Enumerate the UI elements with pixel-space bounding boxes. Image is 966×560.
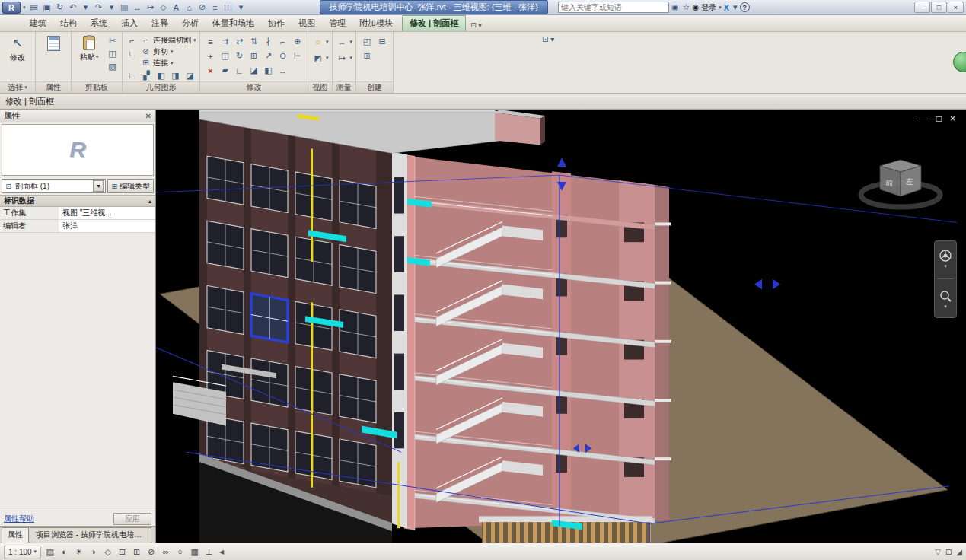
ribbon-tab[interactable]: 注释	[145, 16, 175, 31]
type-selector-dropdown[interactable]: ⊡ 剖面框 (1) ▼	[2, 179, 106, 193]
resize-grip-icon[interactable]: ◢	[956, 548, 962, 556]
properties-help-link[interactable]: 属性帮助	[4, 514, 34, 524]
create-assembly-icon[interactable]: ⊟	[376, 36, 389, 48]
viewport-close-icon[interactable]: ×	[950, 114, 955, 123]
minimize-button[interactable]: –	[914, 2, 930, 13]
mirror-draw-axis-icon[interactable]: ⇅	[247, 36, 260, 48]
trim-extend-icon[interactable]: ⌐	[276, 36, 289, 48]
building-model[interactable]	[156, 110, 966, 542]
drag-select-toggle-icon[interactable]: ⊡	[945, 548, 952, 556]
modify-button[interactable]: ↖ 修改	[3, 34, 32, 63]
cope-icon[interactable]: ⌐	[126, 34, 139, 46]
rotate-icon[interactable]: ↻	[233, 50, 246, 62]
match-properties-icon[interactable]: ▰	[218, 65, 231, 77]
zoom-button[interactable]: ▾	[939, 289, 952, 310]
corner-trim-icon[interactable]: ∟	[233, 65, 246, 77]
apply-coping-icon[interactable]: ∟	[126, 47, 139, 59]
show-crop-region-icon[interactable]: ⊞	[130, 546, 143, 558]
split-face-icon[interactable]: ◪	[247, 65, 260, 77]
ribbon-tab[interactable]: 系统	[84, 16, 114, 31]
mirror-pick-axis-icon[interactable]: ⇄	[233, 36, 246, 48]
properties-palette-header[interactable]: 属性 ✕	[0, 110, 155, 123]
property-row[interactable]: 编辑者 张洋	[0, 220, 155, 233]
join-end-cut-button[interactable]: ⌐连接端切割▾	[141, 34, 196, 46]
rendering-dialog-icon[interactable]: ◇	[101, 546, 114, 558]
ribbon-tab[interactable]: 协作	[261, 16, 292, 31]
ribbon-tab[interactable]: 插入	[114, 16, 145, 31]
split-element-icon[interactable]: ∤	[262, 36, 275, 48]
cut-icon[interactable]: ✂	[106, 34, 119, 46]
crop-view-icon[interactable]: ⊡	[116, 546, 129, 558]
tab-project-browser[interactable]: 项目浏览器 - 技师学院机电培训...	[30, 527, 151, 542]
reveal-hidden-elements-icon[interactable]: ○	[174, 546, 187, 558]
offset-icon[interactable]: ⇉	[218, 36, 231, 48]
wall-joins-icon[interactable]: ∟	[126, 69, 139, 81]
chevron-down-icon[interactable]: ▾	[944, 304, 947, 310]
open-icon[interactable]: ▤	[28, 2, 40, 13]
exchange-apps-icon[interactable]: X	[724, 3, 729, 12]
paint-icon[interactable]: ◧	[262, 65, 275, 77]
selection-filter-icon[interactable]: ▽	[935, 548, 941, 556]
favorites-star-icon[interactable]: ☆	[683, 2, 690, 12]
remove-paint-icon[interactable]: ◨	[169, 69, 182, 81]
signin-button[interactable]: ◉ 登录 ▾	[692, 2, 721, 13]
split-face-icon[interactable]: ◪	[183, 69, 196, 81]
redo-dropdown-icon[interactable]: ▾	[106, 2, 118, 13]
ribbon-tab[interactable]: 视图	[292, 16, 322, 31]
contextual-tab-section-box[interactable]: 修改 | 剖面框	[402, 15, 466, 31]
default-3d-view-icon[interactable]: ⌂	[183, 2, 196, 13]
delete-icon[interactable]: ×	[204, 65, 217, 77]
ribbon-tab[interactable]: 体量和场地	[206, 16, 261, 31]
panel-overflow-icon[interactable]: ⊡ ▾	[542, 35, 554, 43]
app-menu-caret-icon[interactable]: ▾	[23, 5, 26, 11]
sync-icon[interactable]: ↻	[54, 2, 66, 13]
chevron-down-icon[interactable]: ▼	[93, 180, 104, 192]
tab-properties[interactable]: 属性	[2, 527, 29, 542]
collapse-viewbar-icon[interactable]: ◀	[219, 549, 224, 555]
viewport-restore-icon[interactable]: □	[936, 114, 942, 123]
unlocked-view-icon[interactable]: ⊘	[145, 546, 158, 558]
text-icon[interactable]: A	[171, 2, 183, 13]
ribbon-tab[interactable]: 结构	[53, 16, 84, 31]
shadows-icon[interactable]: ◑	[87, 546, 100, 558]
viewport-minimize-icon[interactable]: —	[919, 114, 928, 123]
revit-app-button[interactable]: R	[2, 2, 21, 14]
extend-icon[interactable]: ⊢	[291, 50, 304, 62]
temporary-hide-isolate-icon[interactable]: ∞	[159, 546, 172, 558]
match-type-icon[interactable]: ▧	[106, 60, 119, 72]
identity-data-section-header[interactable]: 标识数据 ▴	[0, 195, 155, 207]
thin-lines-icon[interactable]: ≡	[209, 2, 222, 13]
ribbon-tab[interactable]: 附加模块	[352, 16, 400, 31]
scale-icon[interactable]: ↗	[262, 50, 275, 62]
visual-style-icon[interactable]: ◐	[58, 546, 71, 558]
close-icon[interactable]: ✕	[145, 112, 151, 120]
unpin-icon[interactable]: ⊖	[276, 50, 289, 62]
align-icon[interactable]: ≡	[204, 36, 217, 48]
redo-icon[interactable]: ↷	[93, 2, 105, 13]
apply-button[interactable]: 应用	[113, 513, 151, 525]
sun-path-icon[interactable]: ☀	[72, 546, 85, 558]
save-icon[interactable]: ▣	[41, 2, 53, 13]
chevron-down-icon[interactable]: ▾	[944, 263, 947, 269]
search-input[interactable]	[558, 2, 669, 13]
ribbon-tab[interactable]: 建筑	[23, 16, 53, 31]
measure-icon[interactable]: ↔	[132, 2, 144, 13]
ribbon-tab[interactable]: 管理	[322, 16, 352, 31]
ribbon-display-toggle-icon[interactable]: ⊡ ▾	[470, 21, 482, 31]
viewcube[interactable]: 前 左	[857, 155, 945, 219]
switch-windows-icon[interactable]: ◫	[222, 2, 234, 13]
section-icon[interactable]: ⊘	[196, 2, 209, 13]
qat-customize-icon[interactable]: ▾	[235, 2, 247, 13]
collapse-section-icon[interactable]: ▴	[148, 198, 151, 205]
scale-control[interactable]: 1 : 100▾	[4, 546, 41, 558]
properties-toggle-button[interactable]	[39, 34, 68, 51]
tag-by-category-icon[interactable]: ◇	[158, 2, 170, 13]
aligned-dimension-icon[interactable]: ↦	[145, 2, 157, 13]
create-group-icon[interactable]: ⊞	[361, 50, 374, 62]
undo-dropdown-icon[interactable]: ▾	[80, 2, 92, 13]
copy-icon[interactable]: ◫	[106, 47, 119, 59]
close-button[interactable]: ×	[948, 2, 964, 13]
search-submit-icon[interactable]: ◉	[671, 2, 679, 12]
help-icon[interactable]: ?	[740, 2, 750, 12]
beam-coping-icon[interactable]: ▞	[140, 69, 153, 81]
